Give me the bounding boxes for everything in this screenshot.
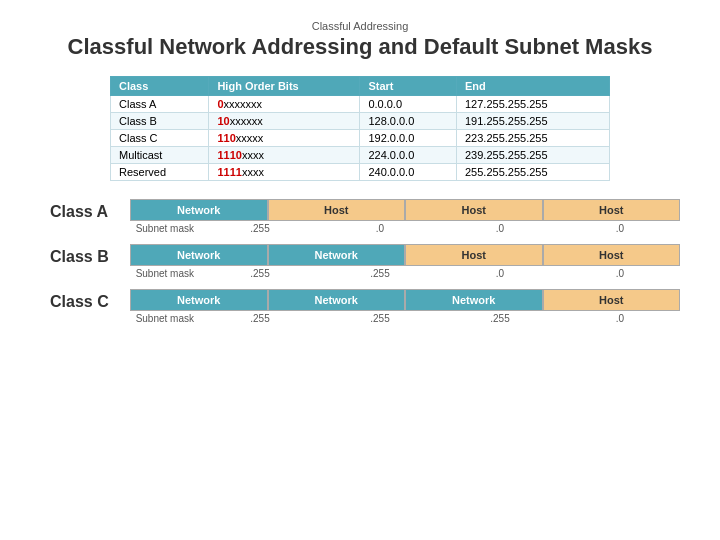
octet-box-3: Host [543, 199, 681, 221]
subnet-val-0: .255 [200, 268, 320, 279]
subnet-values: .255.255.255.0 [200, 313, 680, 324]
subnet-val-3: .0 [560, 223, 680, 234]
octet-box-3: Host [543, 289, 681, 311]
table-row: Class A0xxxxxxx0.0.0.0127.255.255.255 [111, 96, 610, 113]
octet-row: NetworkNetworkNetworkHost [130, 289, 680, 311]
cell-end: 255.255.255.255 [456, 164, 609, 181]
cell-bits: 0xxxxxxx [209, 96, 360, 113]
subnet-values: .255.0.0.0 [200, 223, 680, 234]
class-section-1: Class BNetworkNetworkHostHostSubnet mask… [40, 244, 680, 279]
class-diagrams: Class ANetworkHostHostHostSubnet mask.25… [40, 199, 680, 324]
cell-end: 191.255.255.255 [456, 113, 609, 130]
octet-box-0: Network [130, 199, 268, 221]
subnet-val-2: .0 [440, 223, 560, 234]
class-diagram-0: NetworkHostHostHostSubnet mask.255.0.0.0 [130, 199, 680, 234]
octet-box-1: Host [268, 199, 406, 221]
subnet-val-1: .0 [320, 223, 440, 234]
cell-class: Reserved [111, 164, 209, 181]
subnet-val-0: .255 [200, 313, 320, 324]
octet-box-2: Host [405, 244, 543, 266]
octet-row: NetworkHostHostHost [130, 199, 680, 221]
octet-box-2: Host [405, 199, 543, 221]
class-label-1: Class B [50, 244, 130, 266]
cell-bits: 1111xxxx [209, 164, 360, 181]
subnet-val-1: .255 [320, 313, 440, 324]
octet-box-2: Network [405, 289, 543, 311]
title: Classful Network Addressing and Default … [40, 34, 680, 60]
cell-end: 127.255.255.255 [456, 96, 609, 113]
subnet-val-0: .255 [200, 223, 320, 234]
table-row: Reserved1111xxxx240.0.0.0255.255.255.255 [111, 164, 610, 181]
octet-box-0: Network [130, 244, 268, 266]
class-label-0: Class A [50, 199, 130, 221]
class-section-0: Class ANetworkHostHostHostSubnet mask.25… [40, 199, 680, 234]
cell-class: Multicast [111, 147, 209, 164]
col-bits: High Order Bits [209, 77, 360, 96]
table-row: Class C110xxxxx192.0.0.0223.255.255.255 [111, 130, 610, 147]
subnet-label: Subnet mask [130, 223, 200, 234]
table-row: Class B10xxxxxx128.0.0.0191.255.255.255 [111, 113, 610, 130]
cell-bits: 1110xxxx [209, 147, 360, 164]
class-diagram-2: NetworkNetworkNetworkHostSubnet mask.255… [130, 289, 680, 324]
class-section-2: Class CNetworkNetworkNetworkHostSubnet m… [40, 289, 680, 324]
cell-class: Class B [111, 113, 209, 130]
octet-box-1: Network [268, 244, 406, 266]
subnet-val-2: .255 [440, 313, 560, 324]
subnet-val-1: .255 [320, 268, 440, 279]
cell-end: 223.255.255.255 [456, 130, 609, 147]
subnet-label: Subnet mask [130, 268, 200, 279]
table-row: Multicast1110xxxx224.0.0.0239.255.255.25… [111, 147, 610, 164]
subtitle: Classful Addressing [40, 20, 680, 32]
subnet-val-3: .0 [560, 313, 680, 324]
cell-start: 224.0.0.0 [360, 147, 457, 164]
subnet-row: Subnet mask.255.255.0.0 [130, 268, 680, 279]
cell-start: 128.0.0.0 [360, 113, 457, 130]
cell-class: Class C [111, 130, 209, 147]
octet-box-0: Network [130, 289, 268, 311]
class-label-2: Class C [50, 289, 130, 311]
subnet-row: Subnet mask.255.255.255.0 [130, 313, 680, 324]
classful-table: Class High Order Bits Start End Class A0… [110, 76, 610, 181]
cell-bits: 10xxxxxx [209, 113, 360, 130]
subnet-row: Subnet mask.255.0.0.0 [130, 223, 680, 234]
subnet-val-3: .0 [560, 268, 680, 279]
cell-start: 240.0.0.0 [360, 164, 457, 181]
subnet-label: Subnet mask [130, 313, 200, 324]
page: Classful Addressing Classful Network Add… [0, 0, 720, 540]
subnet-values: .255.255.0.0 [200, 268, 680, 279]
class-diagram-1: NetworkNetworkHostHostSubnet mask.255.25… [130, 244, 680, 279]
cell-class: Class A [111, 96, 209, 113]
subnet-val-2: .0 [440, 268, 560, 279]
cell-start: 192.0.0.0 [360, 130, 457, 147]
octet-box-3: Host [543, 244, 681, 266]
octet-row: NetworkNetworkHostHost [130, 244, 680, 266]
cell-bits: 110xxxxx [209, 130, 360, 147]
cell-end: 239.255.255.255 [456, 147, 609, 164]
cell-start: 0.0.0.0 [360, 96, 457, 113]
col-start: Start [360, 77, 457, 96]
octet-box-1: Network [268, 289, 406, 311]
col-end: End [456, 77, 609, 96]
col-class: Class [111, 77, 209, 96]
